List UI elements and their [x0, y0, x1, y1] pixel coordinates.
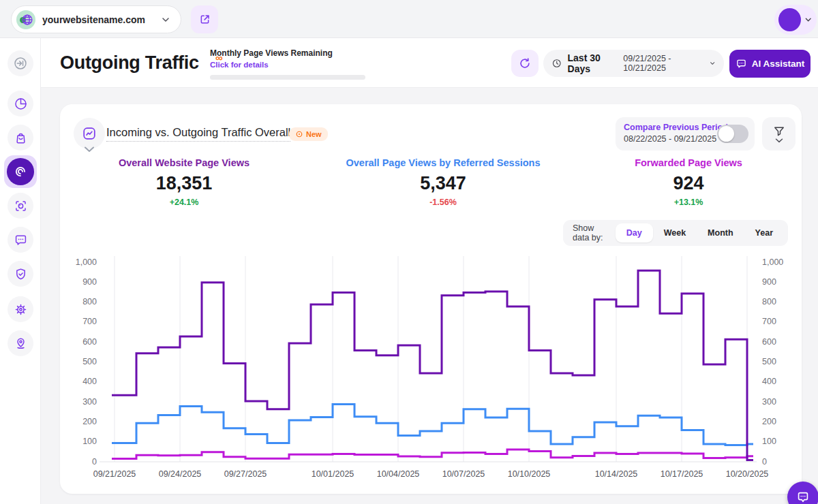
ai-chat-icon: [736, 58, 747, 69]
infinity-icon: ∞: [215, 52, 223, 63]
tab-day[interactable]: Day: [616, 223, 653, 242]
refresh-button[interactable]: [511, 50, 539, 77]
date-range-selector[interactable]: Last 30 Days 09/21/2025 - 10/21/2025: [543, 50, 724, 77]
refresh-icon: [518, 57, 532, 70]
metric-label: Overall Website Page Views: [75, 157, 293, 168]
sidebar-item-traffic-active[interactable]: [4, 155, 37, 188]
metric-value: 924: [579, 173, 798, 194]
ai-assistant-button[interactable]: AI Assistant: [729, 50, 811, 78]
chat-widget-button[interactable]: [787, 482, 818, 504]
usage-progress-bar: [210, 75, 365, 80]
new-badge-icon: [295, 130, 303, 138]
shield-check-icon: [14, 267, 28, 281]
sidebar-item-tracking[interactable]: [7, 193, 33, 219]
metric-label: Overall Page Views by Referred Sessions: [320, 157, 566, 168]
content-area: Incoming vs. Outgoing Traffic Overall Ne…: [41, 88, 818, 504]
open-website-button[interactable]: [191, 5, 218, 33]
sidebar-item-locations[interactable]: [7, 330, 33, 356]
gear-icon: [14, 302, 28, 317]
metric-delta: -1.56%: [320, 198, 566, 207]
enter-icon: [13, 56, 28, 71]
top-bar: yourwebsitename.com: [0, 0, 818, 37]
compare-previous-period: Compare Previous Period 08/22/2025 - 09/…: [616, 117, 755, 151]
usage-label: Monthly Page Views Remaining: [210, 48, 368, 58]
traffic-spiral-icon: [7, 158, 34, 185]
new-badge: New: [289, 127, 328, 141]
metric-referred-sessions: Overall Page Views by Referred Sessions …: [320, 157, 566, 207]
sidebar-item-settings[interactable]: [7, 296, 33, 322]
metric-label: Forwarded Page Views: [579, 157, 798, 168]
ai-assistant-label: AI Assistant: [752, 59, 805, 69]
chat-bubble-icon: [14, 233, 28, 247]
show-data-by-label: Show data by:: [573, 223, 610, 242]
funnel-icon: [772, 125, 786, 138]
sidebar-item-analytics[interactable]: [7, 91, 33, 116]
pie-chart-icon: [14, 97, 28, 111]
metric-overall-page-views: Overall Website Page Views 18,351 +24.1%: [75, 157, 293, 207]
sidebar-item-store[interactable]: [7, 125, 33, 151]
account-menu[interactable]: [774, 5, 817, 35]
metric-forwarded-page-views: Forwarded Page Views 924 +13.1%: [579, 157, 798, 207]
scan-focus-icon: [14, 199, 28, 213]
metric-value: 18,351: [75, 173, 293, 194]
sidebar-collapse-button[interactable]: [7, 50, 33, 76]
app-root: yourwebsitename.com: [0, 0, 818, 504]
compare-toggle[interactable]: [717, 125, 748, 143]
chevron-down-icon: [160, 14, 171, 25]
metric-value: 5,347: [320, 173, 566, 194]
tab-week[interactable]: Week: [653, 223, 697, 242]
page-header: Outgoing Traffic Monthly Page Views Rema…: [41, 37, 818, 88]
clock-icon: [551, 57, 562, 69]
sidebar-nav: [0, 37, 41, 504]
chat-bubble-icon: [796, 490, 811, 504]
sidebar-item-messages[interactable]: [7, 227, 33, 253]
location-pin-icon: [14, 336, 28, 351]
chevron-down-icon: [804, 15, 813, 25]
website-name: yourwebsitename.com: [42, 14, 153, 25]
chevron-down-icon[interactable]: [84, 146, 95, 153]
metric-delta: +13.1%: [579, 198, 798, 207]
sidebar-item-security[interactable]: [7, 261, 33, 287]
line-chart-icon: [81, 125, 97, 142]
card-icon-button[interactable]: [74, 118, 105, 149]
external-link-icon: [198, 13, 211, 26]
avatar: [778, 8, 801, 31]
tab-month[interactable]: Month: [697, 223, 744, 242]
website-globe-icon: [16, 10, 35, 29]
traffic-overview-card: Incoming vs. Outgoing Traffic Overall Ne…: [60, 104, 802, 494]
chevron-down-icon: [775, 138, 783, 143]
filter-button[interactable]: [762, 117, 796, 151]
metric-delta: +24.1%: [75, 198, 293, 207]
period-range: 09/21/2025 - 10/21/2025: [623, 54, 703, 73]
card-title: Incoming vs. Outgoing Traffic Overall: [106, 126, 290, 142]
page-title: Outgoing Traffic: [60, 52, 199, 74]
show-data-by-tabs: Show data by: Day Week Month Year: [563, 220, 788, 246]
chevron-down-icon: [709, 59, 716, 67]
period-label: Last 30 Days: [568, 52, 618, 74]
website-selector[interactable]: yourwebsitename.com: [11, 5, 181, 33]
tab-year[interactable]: Year: [744, 223, 784, 242]
usage-widget: Monthly Page Views Remaining Click for d…: [210, 48, 368, 80]
shopping-bag-icon: [14, 131, 28, 145]
